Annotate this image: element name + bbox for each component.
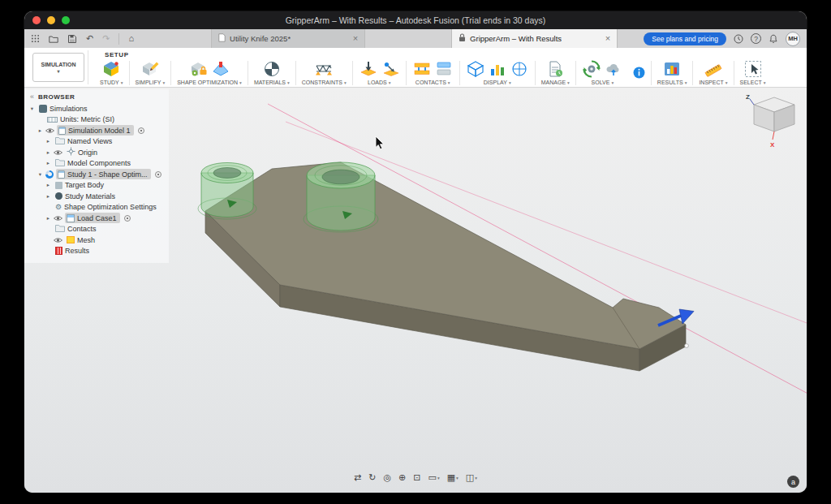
tab-bar-right: See plans and pricing ? MH bbox=[644, 32, 800, 46]
tree-item-named-views[interactable]: ▸ Named Views bbox=[24, 136, 169, 148]
viewports-icon[interactable]: ◫▾ bbox=[463, 472, 480, 483]
expander-icon[interactable]: ▾ bbox=[37, 172, 43, 178]
tab-close-icon[interactable]: × bbox=[605, 34, 610, 43]
simplify-button[interactable] bbox=[140, 59, 160, 79]
document-tab-gripperarm[interactable]: GripperArm – With Results × bbox=[451, 29, 618, 48]
expander-icon[interactable]: ▸ bbox=[45, 139, 51, 144]
help-icon[interactable]: ? bbox=[751, 33, 761, 44]
tree-item-study-1[interactable]: ▾ Study 1 - Shape Optim... bbox=[24, 169, 169, 180]
look-at-icon[interactable]: ◎ bbox=[381, 472, 394, 483]
study-group-label[interactable]: STUDY▾ bbox=[100, 80, 123, 85]
tree-item-load-case1[interactable]: ▸ Load Case1 bbox=[24, 213, 169, 224]
activate-radio-icon[interactable] bbox=[124, 215, 131, 222]
loads-group-label[interactable]: LOADS▾ bbox=[368, 80, 391, 85]
solve-button[interactable] bbox=[582, 59, 601, 79]
constraints-button[interactable] bbox=[314, 59, 334, 79]
redo-icon[interactable]: ↷ bbox=[102, 34, 110, 43]
close-window-button[interactable] bbox=[32, 16, 41, 24]
expander-icon[interactable]: ▸ bbox=[45, 216, 51, 222]
expander-icon[interactable]: ▸ bbox=[37, 128, 43, 134]
expander-icon[interactable]: ▸ bbox=[45, 194, 51, 200]
tree-item-model-components[interactable]: ▸ Model Components bbox=[24, 158, 169, 170]
orbit-icon[interactable]: ↻ bbox=[366, 472, 378, 483]
tab-close-icon[interactable]: × bbox=[353, 34, 358, 43]
solve-group-label[interactable]: SOLVE▾ bbox=[592, 80, 614, 85]
pan-icon[interactable]: ⇄ bbox=[351, 472, 364, 483]
tree-item-simulation-model-1[interactable]: ▸ Simulation Model 1 bbox=[24, 125, 169, 136]
tree-item-origin[interactable]: ▸ Origin bbox=[24, 147, 169, 158]
tree-item-units[interactable]: Units: Metric (SI) bbox=[24, 114, 169, 126]
preserve-region-cylinder-1[interactable] bbox=[198, 163, 256, 220]
constraints-group-label[interactable]: CONSTRAINTS▾ bbox=[302, 80, 347, 85]
manage-contacts-icon[interactable] bbox=[434, 59, 454, 79]
tree-item-target-body[interactable]: ▸ Target Body bbox=[24, 180, 169, 192]
grid-snaps-icon[interactable]: ▦▾ bbox=[445, 472, 461, 483]
materials-button[interactable] bbox=[262, 59, 282, 79]
display-probe-icon[interactable] bbox=[510, 59, 529, 79]
simplify-group-label[interactable]: SIMPLIFY▾ bbox=[136, 80, 166, 85]
zoom-icon[interactable]: ⊕ bbox=[396, 472, 408, 483]
notifications-bell-icon[interactable] bbox=[769, 34, 778, 44]
document-tab-utility-knife[interactable]: Utility Knife 2025* × bbox=[211, 29, 365, 48]
study-button[interactable] bbox=[101, 59, 121, 79]
inspect-button[interactable] bbox=[704, 59, 723, 79]
visibility-eye-icon[interactable] bbox=[54, 237, 62, 243]
fullscreen-window-button[interactable] bbox=[62, 16, 70, 24]
visibility-eye-icon[interactable] bbox=[54, 215, 62, 222]
visibility-eye-icon[interactable] bbox=[45, 127, 54, 134]
home-icon[interactable]: ⌂ bbox=[128, 34, 134, 43]
fit-view-icon[interactable]: ⊡ bbox=[411, 472, 423, 483]
cloud-solve-icon[interactable] bbox=[604, 59, 623, 79]
expander-icon[interactable]: ▸ bbox=[45, 183, 51, 188]
remote-force-icon[interactable] bbox=[381, 59, 400, 79]
shape-optimization-button[interactable] bbox=[189, 59, 209, 79]
workspace-selector[interactable]: SIMULATION ▾ bbox=[32, 53, 84, 82]
activate-radio-icon[interactable] bbox=[138, 127, 144, 134]
display-group-label[interactable]: DISPLAY▾ bbox=[484, 80, 511, 85]
minimize-window-button[interactable] bbox=[47, 16, 55, 24]
expander-icon[interactable]: ▸ bbox=[45, 150, 51, 156]
preserve-region-cylinder-2[interactable] bbox=[304, 162, 378, 232]
display-dof-icon[interactable] bbox=[488, 59, 507, 79]
select-group-label[interactable]: SELECT▾ bbox=[740, 80, 766, 85]
apps-grid-icon[interactable] bbox=[31, 34, 40, 43]
viewport-canvas[interactable]: « BROWSER ▾ Simulations Units: Metric (S… bbox=[24, 88, 807, 493]
manage-group-label[interactable]: MANAGE▾ bbox=[541, 80, 570, 85]
contacts-button[interactable] bbox=[412, 59, 432, 79]
inspect-group-label[interactable]: INSPECT▾ bbox=[699, 80, 727, 85]
visibility-eye-icon[interactable] bbox=[54, 149, 62, 156]
panel-collapse-icon[interactable]: « bbox=[30, 93, 34, 101]
gripper-arm-body[interactable] bbox=[205, 162, 686, 371]
results-group-label[interactable]: RESULTS▾ bbox=[657, 80, 687, 85]
tree-item-shape-optimization-settings[interactable]: ⚙Shape Optimization Settings bbox=[24, 202, 169, 213]
expander-icon[interactable]: ▸ bbox=[45, 161, 51, 166]
assistant-button[interactable]: a bbox=[787, 476, 799, 488]
display-settings-icon[interactable]: ▭▾ bbox=[425, 472, 441, 483]
tab-setup[interactable]: SETUP bbox=[105, 51, 129, 58]
select-button[interactable] bbox=[743, 59, 763, 79]
undo-icon[interactable]: ↶ bbox=[86, 34, 93, 43]
tree-item-results[interactable]: Results bbox=[24, 246, 169, 257]
display-wireframe-icon[interactable] bbox=[466, 59, 485, 79]
optimization-criteria-icon[interactable] bbox=[211, 59, 230, 79]
save-icon[interactable] bbox=[67, 34, 77, 44]
shape-optimization-group-label[interactable]: SHAPE OPTIMIZATION▾ bbox=[177, 80, 242, 85]
tree-item-contacts[interactable]: Contacts bbox=[24, 224, 169, 235]
expander-icon[interactable]: ▾ bbox=[29, 106, 35, 112]
tree-item-simulations[interactable]: ▾ Simulations bbox=[24, 103, 169, 114]
activate-radio-icon[interactable] bbox=[155, 171, 161, 178]
view-cube[interactable]: Z X bbox=[743, 89, 807, 153]
tree-item-mesh[interactable]: Mesh bbox=[24, 235, 169, 246]
results-button[interactable] bbox=[662, 59, 682, 79]
materials-group-label[interactable]: MATERIALS▾ bbox=[254, 80, 290, 85]
job-status-clock-icon[interactable] bbox=[734, 34, 743, 44]
manage-button[interactable] bbox=[545, 59, 565, 79]
avatar[interactable]: MH bbox=[786, 32, 800, 46]
contacts-group-label[interactable]: CONTACTS▾ bbox=[416, 80, 450, 85]
see-plans-button[interactable]: See plans and pricing bbox=[644, 32, 726, 45]
info-icon[interactable] bbox=[632, 66, 646, 80]
tree-item-study-materials[interactable]: ▸ Study Materials bbox=[24, 191, 169, 202]
window-controls bbox=[32, 16, 70, 24]
data-panel-icon[interactable] bbox=[49, 35, 58, 43]
loads-button[interactable] bbox=[359, 59, 378, 79]
